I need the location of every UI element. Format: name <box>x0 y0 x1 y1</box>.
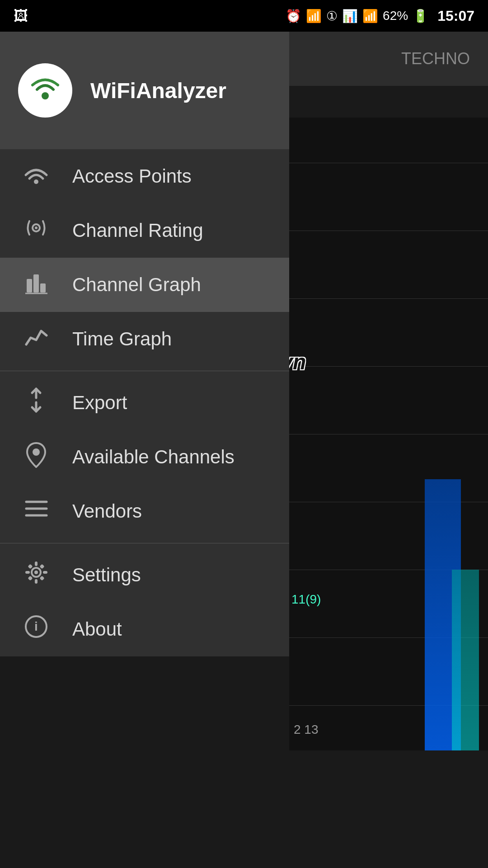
menu-item-settings[interactable]: Settings <box>0 548 289 602</box>
menu-item-export[interactable]: Export <box>0 376 289 430</box>
line-chart-icon <box>23 324 50 354</box>
chart-area: 11(9) 2 13 <box>289 118 488 750</box>
settings-label: Settings <box>72 564 141 586</box>
teal-bar <box>452 570 479 750</box>
svg-rect-25 <box>28 564 33 569</box>
svg-rect-23 <box>25 571 30 574</box>
divider-1 <box>0 371 289 371</box>
svg-rect-24 <box>43 571 47 574</box>
status-bar: 🖼 ⏰ 📶 ① 📊 📶 62% 🔋 15:07 <box>0 0 488 32</box>
menu-item-available-channels[interactable]: Available Channels <box>0 430 289 484</box>
signal2-icon: 📶 <box>362 9 378 24</box>
info-circle-icon: i <box>23 614 50 645</box>
divider-2 <box>0 543 289 543</box>
menu-item-time-graph[interactable]: Time Graph <box>0 312 289 366</box>
channel-rating-label: Channel Rating <box>72 220 203 241</box>
bar-chart-icon <box>23 270 50 300</box>
menu-item-access-points[interactable]: Access Points <box>0 149 289 203</box>
menu-item-vendors[interactable]: Vendors <box>0 484 289 538</box>
menu-item-about[interactable]: i About <box>0 602 289 656</box>
export-label: Export <box>72 392 127 414</box>
photo-icon: 🖼 <box>14 8 28 24</box>
gear-icon <box>23 560 50 590</box>
svg-text:i: i <box>34 619 38 633</box>
svg-rect-26 <box>39 564 44 569</box>
channel-label: 11(9) <box>291 592 321 607</box>
svg-rect-9 <box>27 279 32 292</box>
svg-rect-28 <box>39 576 44 580</box>
techno-label: TECHNO <box>401 49 470 68</box>
svg-point-6 <box>34 179 38 184</box>
app-title: WiFiAnalyzer <box>90 78 226 103</box>
app-logo <box>18 63 72 118</box>
notification-icon: ① <box>326 9 338 24</box>
signal-icon: 📊 <box>342 9 358 24</box>
wifi-status-icon: 📶 <box>306 9 322 24</box>
battery-percent: 62% <box>383 9 408 23</box>
svg-point-20 <box>34 571 38 574</box>
svg-rect-21 <box>35 561 38 566</box>
about-label: About <box>72 618 122 640</box>
radio-waves-icon <box>23 216 50 246</box>
time-graph-label: Time Graph <box>72 328 172 350</box>
list-lines-icon <box>23 497 50 525</box>
drawer-menu: Access Points Channel Rating <box>0 149 289 656</box>
svg-point-4 <box>42 92 49 99</box>
wifi-signal-icon <box>23 162 50 190</box>
status-time: 15:07 <box>437 8 474 24</box>
svg-rect-10 <box>33 274 39 292</box>
access-points-label: Access Points <box>72 165 192 187</box>
available-channels-label: Available Channels <box>72 446 235 468</box>
drawer-header: WiFiAnalyzer <box>0 32 289 149</box>
alarm-icon: ⏰ <box>286 9 301 24</box>
channel-graph-label: Channel Graph <box>72 274 201 296</box>
svg-rect-22 <box>35 579 38 584</box>
svg-point-8 <box>35 226 38 229</box>
battery-icon: 🔋 <box>413 9 428 24</box>
export-arrows-icon <box>23 387 50 419</box>
menu-item-channel-rating[interactable]: Channel Rating <box>0 203 289 258</box>
menu-item-channel-graph[interactable]: Channel Graph <box>0 258 289 312</box>
location-pin-icon <box>23 441 50 473</box>
svg-point-15 <box>33 448 40 456</box>
channel-numbers: 2 13 <box>294 722 319 737</box>
vendors-label: Vendors <box>72 500 142 522</box>
svg-rect-27 <box>28 576 33 580</box>
navigation-drawer: WiFiAnalyzer Access Points <box>0 32 289 868</box>
svg-rect-11 <box>40 283 46 292</box>
